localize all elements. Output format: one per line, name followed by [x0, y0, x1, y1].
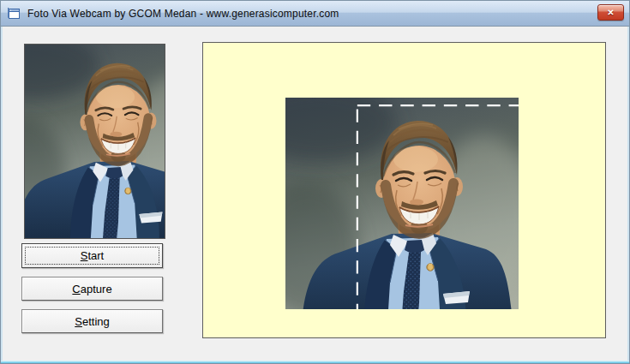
preview-photo [24, 44, 165, 239]
window-title: Foto Via Webcam by GCOM Medan - www.gene… [27, 8, 339, 20]
webcam-photo [285, 98, 519, 309]
vb-form-icon [8, 7, 21, 21]
selection-marquee[interactable] [324, 104, 519, 309]
capture-button[interactable]: Capture [21, 277, 163, 301]
titlebar[interactable]: Foto Via Webcam by GCOM Medan - www.gene… [1, 1, 629, 27]
start-button-label: Start [22, 249, 162, 262]
setting-button[interactable]: Setting [21, 309, 163, 333]
capture-button-label: Capture [22, 283, 162, 295]
setting-button-label: Setting [22, 315, 162, 328]
close-button[interactable]: ✕ [597, 4, 624, 21]
start-button[interactable]: Start [21, 243, 163, 268]
close-icon: ✕ [607, 9, 614, 17]
window-border [627, 27, 629, 361]
app-window: Foto Via Webcam by GCOM Medan - www.gene… [0, 0, 630, 364]
webcam-panel [202, 42, 606, 338]
